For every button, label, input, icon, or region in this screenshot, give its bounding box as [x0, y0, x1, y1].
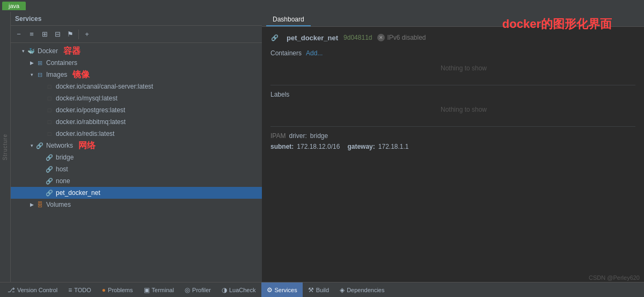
host-label: host: [56, 165, 68, 173]
content-panel: Dashboard 🔗 pet_docker_net 9d04811d ✕ IP…: [262, 12, 644, 282]
tree-item-postgres[interactable]: □ docker.io/postgres:latest: [11, 104, 262, 116]
postgres-image-label: docker.io/postgres:latest: [56, 106, 125, 114]
image-item-icon4: □: [45, 118, 54, 126]
toolbar-filter-btn[interactable]: ⊟: [52, 28, 63, 40]
problems-btn[interactable]: ● Problems: [97, 282, 138, 298]
volumes-arrow: ▶: [28, 202, 35, 207]
profiler-btn[interactable]: ◎ Profiler: [179, 282, 216, 298]
image-item-icon3: □: [45, 106, 54, 114]
toolbar-align-btn[interactable]: ≡: [26, 28, 38, 40]
dependencies-btn[interactable]: ◈ Dependencies: [334, 282, 390, 298]
ipam-driver-key: driver:: [289, 132, 306, 140]
tree-item-canal[interactable]: □ docker.io/canal/canal-server:latest: [11, 81, 262, 92]
tree-item-host[interactable]: 🔗 host: [11, 163, 262, 175]
labels-section-label: Labels: [270, 91, 635, 98]
services-panel-header: Services: [11, 12, 262, 26]
problems-icon: ●: [102, 286, 106, 294]
build-btn[interactable]: ⚒ Build: [303, 282, 334, 298]
section-divider-2: [270, 126, 635, 127]
tree-item-networks[interactable]: ▾ 🔗 Networks 网络: [11, 140, 262, 151]
tree-item-containers[interactable]: ▶ ⊞ Containers: [11, 57, 262, 69]
tree-item-images[interactable]: ▾ ⊟ Images 镜像: [11, 69, 262, 81]
toolbar-flag-btn[interactable]: ⚑: [64, 28, 76, 40]
containers-label: Containers: [46, 59, 77, 67]
middle-row: Structure Services − ≡ ⊞ ⊟ ⚑ +: [0, 12, 644, 282]
networks-annotation: 网络: [78, 140, 96, 151]
todo-btn[interactable]: ≡ TODO: [63, 282, 97, 298]
containers-section-label: Containers Add...: [270, 49, 635, 57]
tree-item-volumes[interactable]: ▶ 🗄 Volumes: [11, 199, 262, 211]
network-id: 9d04811d: [343, 34, 372, 41]
problems-label: Problems: [108, 287, 133, 293]
services-icon: ⚙: [267, 286, 273, 294]
luacheck-btn[interactable]: ◑ LuaCheck: [216, 282, 261, 298]
networks-label: Networks: [46, 142, 73, 149]
containers-empty-text: Nothing to show: [270, 60, 635, 79]
image-item-icon5: □: [45, 129, 54, 138]
tree-item-redis[interactable]: □ docker.io/redis:latest: [11, 128, 262, 140]
none-label: none: [56, 177, 70, 185]
services-panel-title: Services: [15, 15, 41, 23]
services-panel: Services − ≡ ⊞ ⊟ ⚑ + ▾: [11, 12, 262, 282]
luacheck-label: LuaCheck: [229, 287, 256, 293]
tree-item-mysql[interactable]: □ docker.io/mysql:latest: [11, 92, 262, 104]
tree-panel: ▾ 🐳 Docker 容器 ▶ ⊞ Containers: [11, 43, 262, 282]
profiler-icon: ◎: [185, 286, 190, 294]
terminal-btn[interactable]: ▣ Terminal: [138, 282, 180, 298]
tree-item-pet-docker-net[interactable]: 🔗 pet_docker_net: [11, 187, 262, 199]
toolbar-collapse-btn[interactable]: −: [13, 28, 25, 40]
subnet-value: 172.18.12.0/16: [297, 143, 340, 150]
subnet-key: subnet:: [270, 143, 294, 150]
labels-section-title: Labels: [270, 91, 289, 98]
structure-label[interactable]: Structure: [2, 134, 8, 161]
containers-section-title: Containers: [270, 49, 302, 57]
network-name: pet_docker_net: [287, 34, 338, 42]
networks-arrow: ▾: [28, 143, 35, 148]
ipv6-badge: ✕ IPv6 disabled: [377, 34, 426, 41]
ipv6-badge-icon: ✕: [377, 34, 385, 41]
none-icon: 🔗: [45, 177, 54, 185]
dashboard: 🔗 pet_docker_net 9d04811d ✕ IPv6 disable…: [262, 27, 644, 282]
ipam-subnet-row: subnet: 172.18.12.0/16 gateway: 172.18.1…: [270, 143, 635, 150]
build-icon: ⚒: [308, 286, 314, 294]
volumes-icon: 🗄: [35, 200, 44, 209]
tree-item-none[interactable]: 🔗 none: [11, 175, 262, 187]
toolbar-add-btn[interactable]: +: [81, 28, 93, 40]
images-arrow: ▾: [28, 72, 35, 77]
ipv6-status-text: IPv6 disabled: [387, 34, 426, 41]
dashboard-tab[interactable]: Dashboard: [266, 13, 311, 26]
version-control-btn[interactable]: ⎇ Version Control: [2, 282, 63, 298]
pet-docker-net-icon: 🔗: [45, 189, 54, 197]
dependencies-icon: ◈: [340, 286, 345, 294]
java-tab[interactable]: java: [2, 2, 26, 10]
add-container-link[interactable]: Add...: [306, 49, 323, 57]
todo-label: TODO: [74, 287, 91, 293]
redis-image-label: docker.io/redis:latest: [56, 130, 114, 137]
volumes-label: Volumes: [46, 201, 71, 208]
services-btn[interactable]: ⚙ Services: [261, 282, 303, 298]
images-icon: ⊟: [35, 70, 44, 79]
top-bar: java: [0, 0, 644, 12]
bridge-label: bridge: [56, 154, 74, 161]
page-wrapper: java Structure Services − ≡ ⊞ ⊟ ⚑: [0, 0, 644, 297]
tree-item-rabbitmq[interactable]: □ docker.io/rabbitmq:latest: [11, 116, 262, 128]
tree-item-docker[interactable]: ▾ 🐳 Docker 容器: [11, 45, 262, 57]
images-label: Images: [46, 71, 67, 78]
left-strip: Structure: [0, 12, 11, 282]
pet-docker-net-label: pet_docker_net: [56, 189, 100, 197]
gateway-key: gateway:: [347, 143, 375, 150]
network-info-header: 🔗 pet_docker_net 9d04811d ✕ IPv6 disable…: [270, 33, 635, 42]
docker-annotation: 容器: [63, 46, 80, 57]
terminal-icon: ▣: [144, 286, 150, 294]
toolbar-group-btn[interactable]: ⊞: [39, 28, 50, 40]
docker-label: Docker: [38, 47, 58, 55]
inner-layout: java Structure Services − ≡ ⊞ ⊟ ⚑: [0, 0, 644, 297]
bridge-icon: 🔗: [45, 153, 54, 162]
ipam-label: IPAM: [270, 132, 286, 140]
tree-item-bridge[interactable]: 🔗 bridge: [11, 151, 262, 163]
images-annotation: 镜像: [72, 69, 90, 81]
services-label: Services: [275, 287, 297, 293]
rabbitmq-image-label: docker.io/rabbitmq:latest: [56, 118, 126, 126]
networks-icon: 🔗: [35, 141, 44, 150]
toolbar: − ≡ ⊞ ⊟ ⚑ +: [11, 26, 262, 43]
